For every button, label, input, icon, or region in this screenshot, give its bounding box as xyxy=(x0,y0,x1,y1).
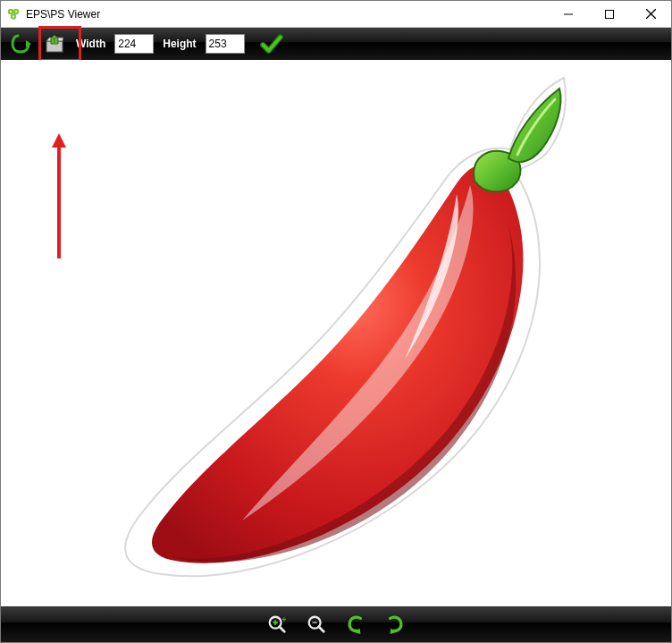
svg-point-4 xyxy=(15,10,17,12)
top-toolbar: Width Height xyxy=(1,28,671,60)
image-canvas xyxy=(117,69,617,605)
rotate-right-button[interactable] xyxy=(383,613,407,636)
zoom-in-button[interactable]: + xyxy=(265,613,289,636)
rotate-left-button[interactable] xyxy=(344,613,367,636)
svg-line-23 xyxy=(319,627,324,632)
height-input[interactable] xyxy=(206,34,245,54)
svg-marker-16 xyxy=(52,133,66,148)
window-controls xyxy=(548,1,671,27)
svg-rect-7 xyxy=(606,10,614,18)
svg-point-5 xyxy=(13,15,14,17)
svg-point-3 xyxy=(10,10,12,12)
titlebar: EPS\PS Viewer xyxy=(1,1,671,28)
maximize-button[interactable] xyxy=(589,1,630,27)
image-viewport[interactable] xyxy=(1,60,671,606)
annotation-arrow xyxy=(50,133,68,258)
app-window: EPS\PS Viewer xyxy=(0,0,672,643)
save-button[interactable] xyxy=(42,31,67,56)
width-label: Width xyxy=(76,38,105,50)
apply-button[interactable] xyxy=(259,31,284,56)
open-button[interactable] xyxy=(8,31,33,56)
minimize-button[interactable] xyxy=(548,1,589,27)
height-label: Height xyxy=(163,38,196,50)
svg-line-18 xyxy=(280,627,285,632)
app-icon xyxy=(6,7,21,21)
zoom-out-button[interactable] xyxy=(305,613,328,636)
window-title: EPS\PS Viewer xyxy=(26,8,100,21)
width-input[interactable] xyxy=(114,34,154,54)
close-button[interactable] xyxy=(630,1,671,27)
bottom-toolbar: + xyxy=(1,606,671,642)
svg-text:+: + xyxy=(282,616,287,624)
